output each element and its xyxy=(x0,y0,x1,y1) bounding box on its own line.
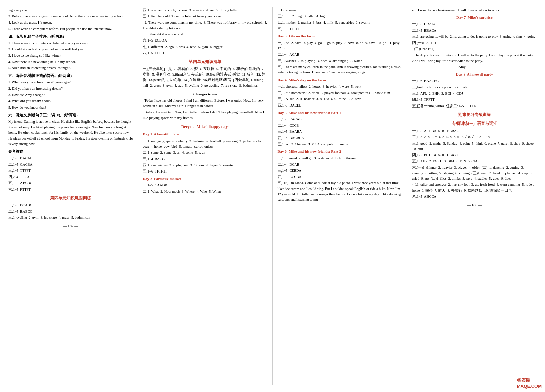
column-4: sic. I want to be a businessman. I will … xyxy=(407,7,542,385)
c1-line-1: ing every day. xyxy=(8,7,133,13)
c2-changes-p2: Before, I wasn't tall. Now, I am taller.… xyxy=(143,110,267,121)
column-3: 6. How many 三,1. old 2. long 3. taller 4… xyxy=(273,7,407,385)
c1-s6-text: My friend Daming is active in class. He … xyxy=(8,119,133,147)
c1-s5-2: 2. Did you have an interesting dream? xyxy=(8,86,133,92)
c4-review-sub1: 专项训练(一) 语音与词汇 xyxy=(412,120,537,127)
c1-ans-3: 三,1~5 TTFFT xyxy=(8,168,133,174)
c4-day7-3: 三,1. are going to/will be 2. is, going t… xyxy=(412,34,537,39)
column-2: 四,1. was, am 2. cook, to cook 3. wearing… xyxy=(138,7,272,385)
c3-line-3: 四,1. mother 2. market 3. bus 4. milk 5. … xyxy=(278,20,402,26)
c3-day6-2: 二,1~4 DCAB xyxy=(278,162,402,167)
c4-day7-letter: Thank you for your invitation. I will go… xyxy=(412,53,537,64)
c2-day1-title: Day 1 A beautiful farm xyxy=(143,131,267,137)
c4-day7-4: 四,(一)1~3 TFT xyxy=(412,40,537,46)
c2-unit4-klist: 第四单元知识清单 xyxy=(143,59,267,65)
c1-s5-5: 5. How do you know that? xyxy=(8,105,133,110)
c2-klist-1: 一,[三会单词]1. 是 2. 容易的 3. 梦 4. 互联网 5. 不同的 6… xyxy=(143,66,267,88)
c1-ans-2: 二,1~5 CACBA xyxy=(8,162,133,167)
c3-day4-4: 四,1~5 DACEB xyxy=(278,103,402,108)
c1-s5-3: 3. How did Amy change? xyxy=(8,92,133,98)
c3-day5-title: Day 5 Mike and his new friends: Part 1 xyxy=(278,110,402,116)
page-num-left: — 107 — xyxy=(8,223,133,229)
c1-ans-1: 一,1~5 BACAB xyxy=(8,156,133,161)
c3-day6-3: 三,1~5 CEBDA xyxy=(278,168,402,174)
c3-line-2: 三,1. old 2. long 3. taller 4. big xyxy=(278,14,402,19)
c4-day8-1: 一,1~6 BAACBC xyxy=(412,78,537,84)
c3-day5-5: 五,1. art 2. Chinese 3. PE 4. computer 5.… xyxy=(278,142,402,147)
c1-line-3: 4. Look at the grass. It's green. xyxy=(8,20,133,26)
c2-line-5: 六,1~5 ECBDA xyxy=(143,38,267,43)
c2-line-6: 七,1. different 2. ago 3. was 4. read 5. … xyxy=(143,44,267,50)
c2-line-1: 四,1. was, am 2. cook, to cook 3. wearing… xyxy=(143,7,267,13)
c1-unit4-title: 第四单元知识巩固训练 xyxy=(8,195,133,201)
c2-changes-title: Changes in me xyxy=(143,91,267,97)
c4-day8-5: 五,任务一:life, writes 任务二:1~5 FFTTF xyxy=(412,103,537,109)
c1-ref-title: 参考答案 xyxy=(8,149,133,154)
c3-day3-1: 一,1. do 2. have 3. play 4. go 5. go 6. p… xyxy=(278,40,402,51)
c3-day5-1: 一,1~5 CACAB xyxy=(278,117,402,122)
c3-day4-1: 一,1. shortest, tallest 2. hotter 3. heav… xyxy=(278,84,402,89)
c1-u4-2: 二,1~5 BABCC xyxy=(8,209,133,214)
c3-day4-3: 三,1. A did 2. B heavier 3. A Did 4. C mi… xyxy=(278,96,402,102)
c4-line-1: sic. I want to be a businessman. I will … xyxy=(412,7,537,13)
c3-day5-2: 二,1~4 CCCB xyxy=(278,123,402,128)
c3-day4-2: 二,1. did homework 2. cried 3. played foo… xyxy=(278,90,402,96)
c1-s4-3: 3. I love to ice-skate, so I like winter… xyxy=(8,53,133,59)
c4-r1-2: 二,1. × 2. × 3. √ 4. × 5. × 6. × 7. √ 8. … xyxy=(412,134,537,140)
c4-day8-3: 三,1. AFL 2. EHK 3. BGI 4. CDJ xyxy=(412,91,537,96)
c1-section-6: 六、听短文,判断句子正(T)误(F)。(听两遍) xyxy=(8,112,133,118)
c1-s4-4: 4. Now there is a new dining hall in my … xyxy=(8,59,133,65)
c4-r1-5: 五,1. AHP 2. EGKL 3. BIM 4. DJN 5. CFO xyxy=(412,159,537,164)
c4-r1-1: 一,1~5 ACBBA 6~10 BBBAC xyxy=(412,128,537,134)
c1-u4-1: 一,1~5 BCABC xyxy=(8,202,133,208)
c2-day1-2: 二,1. some 2. some 3. an 4. some 5. a, an xyxy=(143,150,267,156)
c3-day6-5: 五, Hi, I'm Linda. Come and look at my ol… xyxy=(278,180,402,202)
c2-changes-p1: Today I see my old photos. I find I am d… xyxy=(143,98,267,109)
c1-line-4: 5. There were no computers before. But p… xyxy=(8,26,133,32)
c2-day1-4: 四,1. sandwiches 2. apple, pear 3. Onions… xyxy=(143,163,267,168)
c4-day7-amy: Amy xyxy=(412,64,537,70)
c4-day7-2: 二,1~5 BBACA xyxy=(412,28,537,33)
c4-day7-1: 一,1~5 DBAEC xyxy=(412,21,537,27)
c1-s4-2: 2. I couldn't run fast or play badminton… xyxy=(8,47,133,52)
c4-review-title: 期末复习专项训练 xyxy=(412,112,537,118)
c2-line-3: 2. There were no computers in my time. 3… xyxy=(143,20,267,31)
c3-line-4: 五,1~5 TFFTF xyxy=(278,26,402,32)
c3-day3-2: 二,1~4 ACAB xyxy=(278,52,402,58)
c1-s5-1: 1. What was your school like 20 years ag… xyxy=(8,80,133,85)
c2-day2-2: 二,1. What 2. How much 3. Where 4. Who 5.… xyxy=(143,189,267,194)
c3-line-1: 6. How many xyxy=(278,7,402,13)
c3-day6-1: 一,1. planned 2. will go 3. watches 4. to… xyxy=(278,156,402,161)
c4-day7-title: Day 7 Mike's surprise xyxy=(412,15,537,20)
c3-day5-4: 四,1~6 BACBCA xyxy=(278,135,402,141)
c3-day3-4: 五, There are many children in the park. … xyxy=(278,64,402,76)
c4-day7-5: (二)Dear Bill, xyxy=(412,46,537,52)
c1-s5-4: 4. What did you dream about? xyxy=(8,98,133,104)
c2-day1-1: 一,1. orange grape strawberry 2. badminto… xyxy=(143,138,267,150)
c4-day8-2: 二,fruit pink clock spoon fork plate xyxy=(412,85,537,90)
column-1: ing every day. 3. Before, there was no g… xyxy=(3,7,138,385)
c2-line-2: 五,1. People couldn't use the Internet tw… xyxy=(143,14,267,19)
c2-recycle-title: Recycle Mike's happy days xyxy=(143,124,267,130)
c3-day6-4: 四,1~5 CCCBA xyxy=(278,174,402,180)
page-container: ing every day. 3. Before, there was no g… xyxy=(0,0,545,392)
c1-ans-4: 四,2 4 1 5 3 xyxy=(8,174,133,180)
c3-day6-title: Day 6 Mike and his new friends: Part 2 xyxy=(278,149,402,154)
c2-line-4: 5. I thought it was too cold. xyxy=(143,32,267,37)
c1-s4-5: 5. Allen had an interesting dream last n… xyxy=(8,65,133,71)
c3-day5-3: 三,1~5 BAABA xyxy=(278,129,402,134)
page-num-right: — 108 — xyxy=(412,202,537,208)
c4-r1-8: 八,1~5 ABCCA xyxy=(412,194,537,199)
c1-section-4: 四、听录音,给句子排序。(听两遍) xyxy=(8,34,133,39)
c2-day1-3: 三,1~4 BACC xyxy=(143,156,267,162)
c2-day2-1: 一,1~5 CAABB xyxy=(143,183,267,188)
c3-day3-title: Day 3 Life on the farm xyxy=(278,33,402,39)
c2-day1-5: 五,1~6 TFTFTF xyxy=(143,169,267,174)
c4-r1-3: 三,1. good 2. maths 3. Sunday 4. paint 5.… xyxy=(412,141,537,152)
c4-day8-4: 四,1~5 TFFTT xyxy=(412,97,537,102)
c4-r1-4: 四,1~5 BCDCA 6~10 CBAAC xyxy=(412,152,537,158)
c1-u4-3: 三,1. cycling 2. gym 3. ice-skate 4. gras… xyxy=(8,215,133,220)
c4-day8-title: Day 8 A farewell party xyxy=(412,71,537,77)
c1-section-5: 五、听录音,选择正确的答语。(听两遍) xyxy=(8,73,133,79)
c1-s4-1: 1. There were no computers or Internet m… xyxy=(8,40,133,46)
